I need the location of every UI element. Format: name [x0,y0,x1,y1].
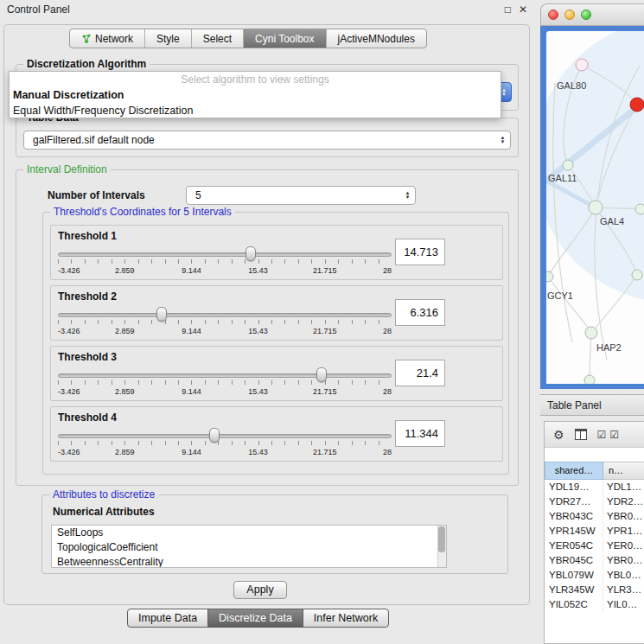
thresholds-legend: Threshold's Coordinates for 5 Intervals [50,206,235,218]
slider-track[interactable] [58,313,392,317]
tab-jactivemnodules[interactable]: jActiveMNodules [326,29,426,48]
table-row[interactable]: YPR145WYPR1… [545,524,644,539]
network-window-titlebar[interactable] [540,3,644,26]
threshold-3-slider[interactable]: -3.426 2.859 9.144 15.43 21.715 28 [58,366,392,399]
tab-select-label: Select [203,33,232,45]
close-panel-icon[interactable]: ✕ [519,3,527,16]
node-hap2[interactable] [585,327,597,339]
scale-label: 15.43 [248,387,268,396]
threshold-4-slider[interactable]: -3.426 2.859 9.144 15.43 21.715 28 [58,426,392,459]
slider-track[interactable] [58,252,392,257]
attributes-group: Attributes to discretize Numerical Attri… [41,494,508,574]
tab-discretize-data[interactable]: Discretize Data [207,609,303,628]
number-of-intervals-combobox[interactable]: 5 ▲▼ [186,186,416,205]
scale-label: 21.715 [313,448,337,456]
network-graph[interactable]: GAL80 GAL11 GAL4 GCY1 HAP2 [546,31,644,384]
tab-network[interactable]: Network [70,29,144,48]
scale-label: 2.859 [115,327,135,335]
scale-label: 28 [383,266,392,275]
table-row[interactable]: YIL052CYIL0… [545,597,644,612]
list-scrollbar[interactable] [437,526,446,567]
table-row[interactable]: YBR043CYBR0… [545,509,644,524]
node[interactable] [584,375,595,384]
scale-label: 15.43 [248,448,268,456]
scale-label: -3.426 [58,387,80,396]
columns-icon[interactable] [575,429,587,440]
select-checkbox-icon[interactable]: ☑ [609,429,619,441]
table-panel-titlebar: Table Panel [540,394,644,416]
tab-infer-network[interactable]: Infer Network [303,609,389,628]
scrollbar-thumb[interactable] [438,526,445,552]
slider-ticks [58,441,392,445]
slider-handle[interactable] [209,428,220,443]
slider-handle[interactable] [156,307,167,322]
chevron-down-icon: ▼ [501,92,507,97]
cyni-mode-tabs: Impute Data Discretize Data Infer Networ… [127,609,389,628]
node[interactable] [632,270,642,280]
threshold-4-value-field[interactable]: 11.344 [395,420,445,447]
threshold-3-label: Threshold 3 [58,351,117,363]
list-item[interactable]: SelfLoops [52,526,446,540]
scale-label: 15.43 [248,327,268,335]
scale-label: 9.144 [182,266,201,275]
tab-cyni-toolbox[interactable]: Cyni Toolbox [243,29,325,48]
node-gal11[interactable] [563,160,573,170]
threshold-2-slider[interactable]: -3.426 2.859 9.144 15.43 21.715 28 [58,305,392,338]
select-all-checkbox-icon[interactable]: ☑ [597,429,607,441]
algorithm-option-manual[interactable]: Manual Discretization [10,87,501,103]
float-panel-icon[interactable]: □ [505,3,511,16]
slider-handle[interactable] [316,367,327,382]
attributes-legend: Attributes to discretize [49,488,158,501]
threshold-1-value-field[interactable]: 14.713 [395,239,445,265]
numerical-attributes-list[interactable]: SelfLoops TopologicalCoefficient Between… [51,525,447,568]
window-close-button[interactable] [548,10,558,20]
table-row[interactable]: YBL079WYBL0… [545,568,644,583]
table-panel-body: ⚙ ☑ ☑ shared… n… YDL19…YDL1… YDR27…YDR2…… [544,421,644,644]
node-label-gal80: GAL80 [557,80,586,91]
slider-ticks [58,320,392,324]
node-gcy1[interactable] [546,271,553,282]
scale-label: -3.426 [58,448,80,456]
window-zoom-button[interactable] [581,10,591,20]
tab-network-label: Network [95,33,133,45]
tab-cyni-toolbox-label: Cyni Toolbox [255,33,314,45]
threshold-1-panel: Threshold 1 -3.426 2.859 9.144 15.43 21.… [50,225,503,280]
apply-button[interactable]: Apply [233,581,287,599]
slider-track[interactable] [58,434,392,438]
algorithm-option-equal-width[interactable]: Equal Width/Frequency Discretization [10,103,501,118]
scale-label: 2.859 [115,266,135,275]
table-row[interactable]: YLR345WYLR3… [545,583,644,597]
interval-definition-group: Interval Definition Number of Intervals … [16,169,519,486]
table-row[interactable]: YBR045CYBR0… [545,553,644,568]
tab-style[interactable]: Style [144,29,191,48]
network-canvas[interactable]: GAL80 GAL11 GAL4 GCY1 HAP2 [546,31,644,384]
algorithm-placeholder: Select algorithm to view settings [10,72,501,87]
threshold-3-value-field[interactable]: 21.4 [395,360,445,386]
node-gal80[interactable] [576,59,588,71]
settings-gear-icon[interactable]: ⚙ [553,428,564,442]
threshold-2-value-field[interactable]: 6.316 [395,299,445,326]
node[interactable] [635,204,644,214]
network-window: GAL80 GAL11 GAL4 GCY1 HAP2 [540,3,644,389]
dropdown-arrows-icon: ▲▼ [495,136,510,144]
scale-label: 21.715 [313,387,337,396]
table-row[interactable]: YDL19…YDL1… [545,480,644,494]
table-row[interactable]: YDR27…YDR2… [545,494,644,509]
slider-track[interactable] [58,373,392,378]
list-item[interactable]: TopologicalCoefficient [52,540,446,555]
column-header-shared-name[interactable]: shared… [545,462,603,480]
node-gal4[interactable] [589,201,603,214]
slider-handle[interactable] [245,246,256,261]
slider-ticks [58,380,392,385]
table-data-combobox[interactable]: galFiltered.sif default node ▲▼ [23,131,511,150]
scale-label: 28 [383,327,392,335]
threshold-1-slider[interactable]: -3.426 2.859 9.144 15.43 21.715 28 [58,245,392,277]
column-header-name[interactable]: n… [603,462,644,480]
node-label-gal4: GAL4 [600,216,624,226]
list-item[interactable]: BetweennessCentrality [52,555,446,568]
window-minimize-button[interactable] [564,10,575,20]
table-row[interactable]: YER054CYER0… [545,539,644,553]
tab-select[interactable]: Select [191,29,243,48]
tab-impute-data[interactable]: Impute Data [127,609,208,628]
node-selected-red[interactable] [630,98,644,112]
